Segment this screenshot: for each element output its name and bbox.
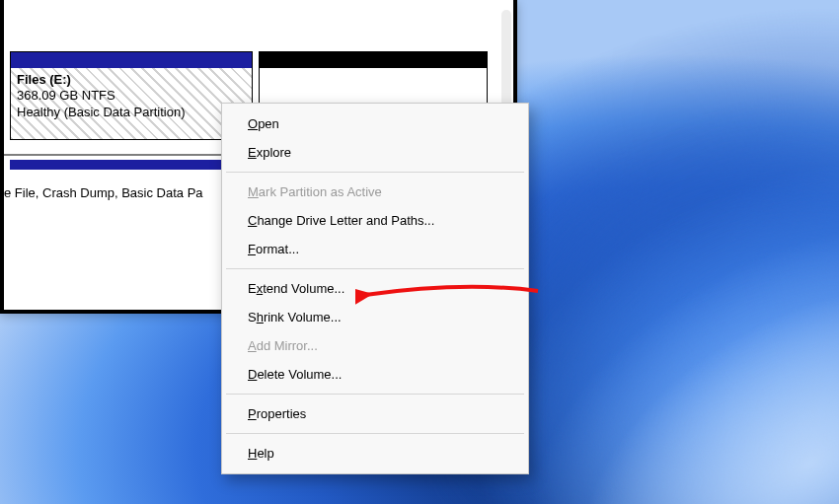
menu-shrink-volume[interactable]: Shrink Volume...: [222, 303, 528, 331]
partition-status: Healthy (Basic Data Partition): [17, 105, 246, 120]
menu-open[interactable]: Open: [222, 109, 528, 138]
partition-status-text: e File, Crash Dump, Basic Data Pa: [4, 185, 203, 200]
menu-explore[interactable]: Explore: [222, 138, 528, 167]
menu-mark-active: Mark Partition as Active: [222, 178, 528, 206]
partition-context-menu: Open Explore Mark Partition as Active Ch…: [221, 103, 529, 474]
menu-format[interactable]: Format...: [222, 235, 528, 263]
partition-name: Files (E:): [17, 72, 246, 88]
partition-size: 368.09 GB NTFS: [17, 88, 246, 104]
menu-add-mirror: Add Mirror...: [222, 331, 528, 360]
menu-properties[interactable]: Properties: [222, 399, 528, 428]
menu-help[interactable]: Help: [222, 439, 528, 468]
menu-extend-volume[interactable]: Extend Volume...: [222, 274, 528, 303]
menu-change-drive-letter[interactable]: Change Drive Letter and Paths...: [222, 206, 528, 235]
partition-files-e[interactable]: Files (E:) 368.09 GB NTFS Healthy (Basic…: [10, 51, 253, 140]
desktop-wallpaper: Files (E:) 368.09 GB NTFS Healthy (Basic…: [0, 0, 839, 504]
menu-delete-volume[interactable]: Delete Volume...: [222, 360, 528, 389]
